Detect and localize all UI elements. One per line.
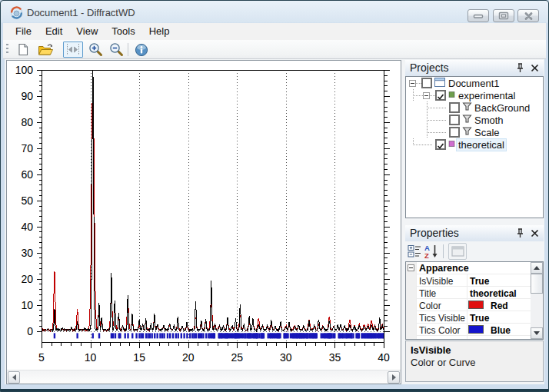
menu-item-tools[interactable]: Tools (105, 23, 141, 40)
property-pages-button[interactable] (448, 243, 467, 260)
column-separator (467, 274, 467, 287)
property-row-title[interactable]: Titletheoretical (406, 287, 531, 299)
menu-item-view[interactable]: View (69, 23, 105, 40)
pin-icon[interactable] (514, 62, 526, 74)
menu-item-file[interactable]: File (8, 23, 38, 40)
scroll-left-button[interactable] (8, 371, 20, 384)
property-category-row[interactable]: Apparence (406, 262, 531, 274)
property-grid: ApparenceIsVisibleTrueTitletheoreticalCo… (405, 261, 544, 340)
property-value[interactable]: Red (491, 301, 508, 311)
property-value[interactable]: True (470, 337, 489, 340)
property-pages-icon-part (452, 247, 464, 250)
x-tick-label-5: 5 (38, 351, 45, 364)
property-value[interactable]: theoretical (470, 288, 517, 299)
property-grid-scrollbar[interactable] (531, 262, 543, 339)
tree-item-scale[interactable]: Scale (406, 126, 543, 138)
pin-icon[interactable] (514, 228, 526, 239)
tree-label-experimental[interactable]: experimental (457, 90, 517, 101)
zoom-out-button[interactable] (108, 42, 125, 58)
property-row-color[interactable]: ColorRed (406, 299, 531, 311)
tree-checkbox-experimental[interactable] (435, 90, 446, 101)
info-button[interactable] (133, 42, 150, 58)
scroll-down-button[interactable] (531, 327, 543, 339)
property-row-isvisible[interactable]: IsVisibleTrue (406, 274, 531, 287)
new-document-button[interactable] (15, 42, 32, 58)
menu-item-help[interactable]: Help (142, 23, 177, 40)
projects-close-icon[interactable] (529, 62, 541, 74)
alphabetical-sort-button-part: Z (424, 251, 429, 260)
green-square-icon-part (448, 89, 455, 99)
categorized-button[interactable] (408, 244, 422, 258)
tree-label-smoth[interactable]: Smoth (473, 115, 505, 126)
tree-guide (427, 126, 428, 132)
zoom-in-icon-part (97, 51, 101, 55)
document-icon (434, 77, 445, 89)
y-tick-label-100: 100 (15, 64, 34, 76)
scroll-up-icon (534, 266, 540, 270)
row-gutter (406, 324, 417, 336)
scroll-right-icon (392, 374, 396, 380)
tree-expander-experimental[interactable] (423, 92, 430, 99)
y-tick-label-70: 70 (21, 142, 33, 154)
tree-item-background[interactable]: BackGround (406, 101, 543, 114)
property-value[interactable]: True (470, 276, 489, 287)
alphabetical-sort-button[interactable]: A Z (424, 244, 440, 259)
tree-label-document1[interactable]: Document1 (447, 78, 501, 89)
tree-item-theoretical[interactable]: theoretical (406, 138, 543, 151)
diffraction-plot[interactable]: 5101520253035400102030405060708090100 (7, 61, 401, 370)
minimize-button[interactable] (467, 9, 489, 22)
property-row-tics-color[interactable]: Tics ColorBlue (406, 324, 531, 336)
row-gutter (406, 336, 417, 340)
property-pages-icon (451, 246, 464, 257)
tree-checkbox-background[interactable] (449, 102, 460, 113)
tree-checkbox-document1[interactable] (421, 78, 432, 88)
close-button[interactable] (517, 9, 539, 22)
tree-checkbox-scale[interactable] (449, 127, 460, 138)
x-tick-label-15: 15 (133, 351, 145, 364)
filter-funnel-icon-part (462, 101, 472, 111)
toolbar-grip[interactable] (6, 44, 8, 55)
tree-expander-document1[interactable] (409, 80, 416, 87)
properties-toolbar: A Z (405, 241, 544, 261)
tree-label-theoretical[interactable]: theoretical (457, 139, 506, 151)
filter-funnel-icon (462, 101, 472, 114)
tree-label-scale[interactable]: Scale (473, 127, 501, 138)
property-value[interactable]: Blue (491, 325, 511, 336)
tree-guide (427, 108, 447, 108)
scrollbar-thumb[interactable] (531, 274, 543, 294)
properties-close-icon[interactable] (529, 228, 541, 239)
series-experimental (42, 70, 384, 331)
tree-item-smoth[interactable]: Smoth (406, 114, 543, 126)
zoom-in-button[interactable] (87, 42, 104, 58)
tree-checkbox-smoth[interactable] (449, 115, 460, 125)
magenta-square-icon (448, 138, 455, 151)
chart-panel: 5101520253035400102030405060708090100 (6, 60, 401, 384)
open-folder-icon-part (38, 50, 52, 55)
category-collapse-icon[interactable] (408, 264, 414, 271)
series-theoretical (42, 76, 384, 331)
document-icon-part-part (435, 78, 445, 81)
scroll-right-button[interactable] (388, 371, 400, 384)
filter-funnel-icon (462, 114, 472, 126)
green-square-icon (448, 89, 455, 101)
chart-horizontal-scrollbar[interactable] (7, 370, 401, 384)
tree-checkbox-theoretical[interactable] (435, 139, 446, 150)
tree-item-experimental[interactable]: experimental (406, 89, 543, 101)
menu-item-edit[interactable]: Edit (38, 23, 69, 40)
scroll-up-button[interactable] (531, 262, 543, 274)
maximize-button[interactable] (493, 9, 514, 22)
open-button[interactable] (37, 42, 54, 58)
tree-item-document1[interactable]: Document1 (406, 77, 543, 89)
filter-funnel-icon-part (462, 114, 472, 124)
color-swatch (468, 301, 484, 309)
property-row-tics-visible[interactable]: Tics VisibleTrue (406, 311, 531, 324)
tree-label-background[interactable]: BackGround (473, 102, 531, 114)
zoom-out-icon-part (118, 51, 121, 55)
y-tick-label-60: 60 (21, 168, 33, 181)
fit-width-button[interactable] (63, 42, 83, 58)
zoom-in-icon (88, 42, 103, 57)
maximize-icon (498, 12, 509, 20)
x-tick-label-35: 35 (329, 351, 341, 364)
property-value[interactable]: True (470, 313, 489, 324)
property-row-name[interactable]: NameTrue (406, 336, 531, 340)
